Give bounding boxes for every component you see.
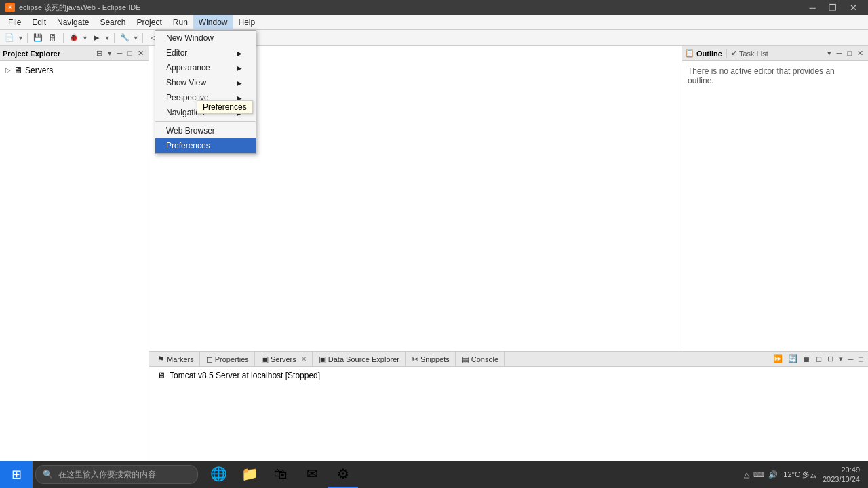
toolbar-new[interactable]: 📄 <box>3 31 16 45</box>
toolbar-run-dropdown[interactable]: ▼ <box>104 35 111 41</box>
toolbar-external-dropdown[interactable]: ▼ <box>133 35 139 41</box>
server-entry: 🖥 Tomcat v8.5 Server at localhost [Stopp… <box>155 369 863 382</box>
tab-markers[interactable]: ⚑ Markers <box>152 352 200 367</box>
tab-data-source[interactable]: ▣ Data Source Explorer <box>313 352 406 367</box>
menu-appearance[interactable]: Appearance ▶ <box>155 60 256 75</box>
console-label: Console <box>471 355 498 363</box>
collapse-all-button[interactable]: ⊟ <box>94 48 104 58</box>
window-menu-sep <box>155 121 256 122</box>
menu-window[interactable]: Window <box>193 15 233 30</box>
bottom-panel-max[interactable]: □ <box>856 354 865 364</box>
minimize-button[interactable]: ─ <box>803 0 822 15</box>
sys-icon-up[interactable]: △ <box>744 470 749 479</box>
panel-min-button[interactable]: ─ <box>115 48 125 58</box>
properties-icon: ◻ <box>206 354 213 364</box>
project-tree: ▷ 🖥 Servers <box>0 61 149 473</box>
tasklist-tab[interactable]: ✔ Task List <box>731 49 768 58</box>
sys-icon-sound[interactable]: 🔊 <box>768 470 778 479</box>
window-dropdown-menu[interactable]: New Window Editor ▶ Appearance ▶ Show Vi… <box>155 30 256 154</box>
taskbar-sys-icons: △ ⌨ 🔊 <box>744 470 778 479</box>
project-explorer-header: Project Explorer ⊟ ▾ ─ □ ✕ <box>0 46 149 61</box>
taskbar-app-eclipse[interactable]: ⚙ <box>328 461 358 488</box>
taskbar-search[interactable]: 🔍 在这里输入你要搜索的内容 <box>35 465 198 484</box>
servers-label: Servers <box>25 66 53 75</box>
toolbar: 📄 ▼ 💾 🗄 🐞 ▼ ▶ ▼ 🔧 ▼ ◁ ▷ ⊡ ⊟ 🖥 <box>0 30 868 46</box>
main-layout: Project Explorer ⊟ ▾ ─ □ ✕ ▷ 🖥 Servers <box>0 46 868 473</box>
menu-edit[interactable]: Edit <box>26 15 52 30</box>
console-icon: ▤ <box>462 354 469 364</box>
tree-arrow-servers: ▷ <box>5 66 11 74</box>
start-button[interactable]: ⊞ <box>0 461 33 488</box>
right-panel-menu[interactable]: ▾ <box>825 48 833 58</box>
menu-show-view[interactable]: Show View ▶ <box>155 75 256 90</box>
right-panel-close[interactable]: ✕ <box>855 48 865 58</box>
taskbar-apps: 🌐 📁 🛍 ✉ ⚙ <box>203 461 358 488</box>
toolbar-external-tools[interactable]: 🔧 <box>118 31 132 45</box>
menu-search[interactable]: Search <box>94 15 131 30</box>
taskbar-app-store[interactable]: 🛍 <box>266 461 296 488</box>
properties-label: Properties <box>215 355 249 363</box>
show-view-arrow: ▶ <box>237 79 242 87</box>
appearance-label: Appearance <box>166 63 210 73</box>
app-icon: ☀ <box>5 3 15 12</box>
bottom-content: 🖥 Tomcat v8.5 Server at localhost [Stopp… <box>149 367 868 473</box>
right-panel-max[interactable]: □ <box>845 48 854 58</box>
toolbar-new-dropdown[interactable]: ▼ <box>18 35 24 41</box>
menu-editor[interactable]: Editor ▶ <box>155 45 256 60</box>
menu-new-window[interactable]: New Window <box>155 30 256 45</box>
bottom-panel-min[interactable]: ─ <box>846 354 856 364</box>
bottom-panel-btn3[interactable]: ⏹ <box>801 354 812 364</box>
tab-console[interactable]: ▤ Console <box>456 352 505 367</box>
bottom-panel-btn4[interactable]: ◻ <box>814 354 824 364</box>
taskbar-app-explorer[interactable]: 📁 <box>235 461 264 488</box>
toolbar-save[interactable]: 💾 <box>31 31 45 45</box>
menu-help[interactable]: Help <box>233 15 261 30</box>
tab-snippets[interactable]: ✂ Snippets <box>406 352 456 367</box>
panel-menu-button[interactable]: ▾ <box>106 48 114 58</box>
panel-max-button[interactable]: □ <box>125 48 134 58</box>
menu-web-browser[interactable]: Web Browser <box>155 123 256 138</box>
taskbar-app-edge[interactable]: 🌐 <box>203 461 233 488</box>
toolbar-debug[interactable]: 🐞 <box>67 31 81 45</box>
bottom-panel-btn1[interactable]: ⏩ <box>771 354 785 364</box>
title-bar-left: ☀ eclipse 该死的javaWeb - Eclipse IDE <box>5 3 141 13</box>
toolbar-debug-dropdown[interactable]: ▼ <box>82 35 88 41</box>
toolbar-separator-3 <box>114 33 115 43</box>
taskbar-clock[interactable]: 20:49 2023/10/24 <box>823 465 860 485</box>
close-button[interactable]: ✕ <box>844 0 863 15</box>
window-title: eclipse 该死的javaWeb - Eclipse IDE <box>19 3 141 13</box>
tab-servers[interactable]: ▣ Servers ✕ <box>256 352 313 367</box>
edge-icon: 🌐 <box>210 466 227 482</box>
toolbar-run[interactable]: ▶ <box>90 31 103 45</box>
menu-project[interactable]: Project <box>131 15 167 30</box>
restore-button[interactable]: ❐ <box>823 0 842 15</box>
search-icon: 🔍 <box>43 470 53 479</box>
left-panel: Project Explorer ⊟ ▾ ─ □ ✕ ▷ 🖥 Servers <box>0 46 149 473</box>
right-panel: 📋 Outline ✔ Task List ▾ ─ □ ✕ <box>682 46 868 351</box>
tasklist-label: Task List <box>739 49 768 58</box>
menu-file[interactable]: File <box>3 15 26 30</box>
editor-arrow: ▶ <box>237 49 242 57</box>
right-panel-min[interactable]: ─ <box>835 48 844 58</box>
panel-close-button[interactable]: ✕ <box>136 48 146 58</box>
appearance-arrow: ▶ <box>237 64 242 72</box>
tab-properties[interactable]: ◻ Properties <box>201 352 255 367</box>
servers-tree-item[interactable]: ▷ 🖥 Servers <box>3 64 146 77</box>
preferences-tooltip: Preferences <box>197 100 253 114</box>
weather-temp: 12°C 多云 <box>783 470 817 480</box>
menu-navigate[interactable]: Navigate <box>52 15 94 30</box>
no-editor-message: There is no active editor that provides … <box>688 66 835 85</box>
menu-preferences[interactable]: Preferences <box>155 138 256 153</box>
outline-tab[interactable]: 📋 Outline <box>685 49 722 58</box>
outline-label: Outline <box>696 49 722 58</box>
menu-run[interactable]: Run <box>167 15 193 30</box>
window-controls[interactable]: ─ ❐ ✕ <box>803 0 863 15</box>
project-explorer-title: Project Explorer <box>3 49 60 58</box>
sys-icon-keyboard[interactable]: ⌨ <box>753 470 764 479</box>
servers-tab-close[interactable]: ✕ <box>301 355 307 363</box>
toolbar-save-all[interactable]: 🗄 <box>46 31 60 45</box>
bottom-panel-btn2[interactable]: 🔄 <box>786 354 800 364</box>
bottom-panel-menu[interactable]: ▾ <box>837 354 845 364</box>
bottom-panel-btn5[interactable]: ⊟ <box>825 354 835 364</box>
taskbar-app-mail[interactable]: ✉ <box>297 461 327 488</box>
